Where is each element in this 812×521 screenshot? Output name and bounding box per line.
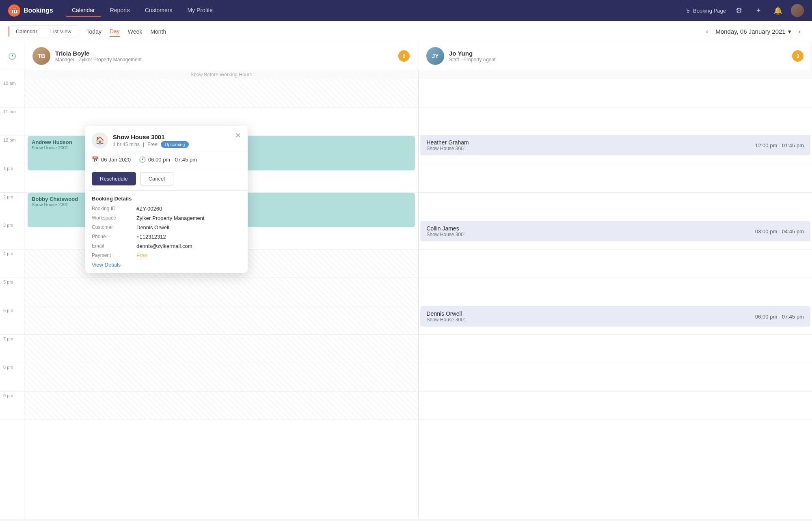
tricia-info: Tricia Boyle Manager - Zylker Property M… xyxy=(55,50,410,62)
current-date: Monday, 06 January 2021 ▾ xyxy=(715,28,791,35)
heather-name: Heather Graham xyxy=(427,139,469,146)
popup-service-icon: 🏠 xyxy=(92,132,108,149)
email-row: Email dennis@zylkermail.com xyxy=(92,243,241,249)
show-before-right xyxy=(419,70,812,79)
popup-time-item: 🕐 06:00 pm - 07:45 pm xyxy=(139,156,197,163)
view-details-link[interactable]: View Details xyxy=(92,262,241,268)
phone-label: Phone xyxy=(92,234,136,239)
time-6pm: 6 pm xyxy=(0,306,24,335)
booking-page-button[interactable]: 🖱 Booking Page xyxy=(685,8,726,14)
payment-value: Free xyxy=(136,252,147,258)
email-value: dennis@zylkermail.com xyxy=(136,243,192,249)
email-label: Email xyxy=(92,243,136,249)
jo-calendar-column: Heather Graham Show House 3001 12:00 pm … xyxy=(419,79,812,519)
time-nav: Today Day Week Month xyxy=(86,26,166,37)
booking-details-title: Booking Details xyxy=(92,196,241,202)
time-column: 10 am 11 am 12 pm 1 pm 2 pm 3 pm 4 pm 5 … xyxy=(0,79,24,519)
popup-datetime: 📅 06-Jan-2020 🕐 06:00 pm - 07:45 pm xyxy=(85,152,248,167)
time-5pm: 5 pm xyxy=(0,278,24,306)
clock-icon: 🕐 xyxy=(139,156,146,163)
popup-meta: 1 hr 45 mins | Free Upcoming xyxy=(113,141,241,148)
time-10am: 10 am xyxy=(0,79,24,108)
logo-icon: 📅 xyxy=(8,4,20,17)
time-4pm: 4 pm xyxy=(0,250,24,278)
customer-label: Customer xyxy=(92,224,136,230)
date-dropdown-icon[interactable]: ▾ xyxy=(788,28,791,35)
time-8pm: 8 pm xyxy=(0,363,24,392)
popup-actions: Reschedule Cancel xyxy=(85,167,248,191)
tricia-badge: 2 xyxy=(398,50,410,62)
staff-jo: JY Jo Yung Staff - Property Agent 3 xyxy=(418,42,812,70)
time-11am: 11 am xyxy=(0,108,24,136)
customer-row: Customer Dennis Orwell xyxy=(92,224,241,230)
time-1pm: 1 pm xyxy=(0,164,24,193)
workspace-value: Zylker Property Management xyxy=(136,215,205,221)
tricia-name: Tricia Boyle xyxy=(55,50,410,57)
next-day-button[interactable]: › xyxy=(795,26,804,37)
calendar-view-button[interactable]: Calendar xyxy=(9,26,44,37)
nav-reports[interactable]: Reports xyxy=(104,4,136,17)
popup-close-button[interactable]: ✕ xyxy=(233,131,243,140)
payment-label: Payment xyxy=(92,252,136,258)
settings-button[interactable]: ⚙ xyxy=(732,4,745,17)
user-avatar[interactable] xyxy=(791,4,804,17)
event-collin-james[interactable]: Collin James Show House 3001 03:00 pm - … xyxy=(420,221,811,241)
date-nav: ‹ Monday, 06 January 2021 ▾ › xyxy=(703,26,804,37)
nav-my-profile[interactable]: My Profile xyxy=(181,4,219,17)
upcoming-badge: Upcoming xyxy=(161,141,189,148)
popup-header: 🏠 Show House 3001 1 hr 45 mins | Free Up… xyxy=(85,126,248,152)
popup-time: 06:00 pm - 07:45 pm xyxy=(148,157,197,163)
popup-title-area: Show House 3001 1 hr 45 mins | Free Upco… xyxy=(113,133,241,148)
clock-col: 🕐 xyxy=(0,42,24,70)
jo-avatar: JY xyxy=(426,47,444,65)
booking-page-label: Booking Page xyxy=(693,8,726,14)
event-dennis-orwell[interactable]: Dennis Orwell Show House 3001 06:00 pm -… xyxy=(420,306,811,327)
dennis-time: 06:00 pm - 07:45 pm xyxy=(755,314,804,320)
popup-title: Show House 3001 xyxy=(113,133,241,140)
popup-price: Free xyxy=(147,142,158,147)
collin-time: 03:00 pm - 04:45 pm xyxy=(755,228,804,235)
today-button[interactable]: Today xyxy=(86,27,102,37)
prev-day-button[interactable]: ‹ xyxy=(703,26,711,37)
heather-time: 12:00 pm - 01:45 pm xyxy=(755,142,804,149)
nav-items: Calendar Reports Customers My Profile xyxy=(65,4,219,17)
calendar-icon: 📅 xyxy=(92,156,99,163)
nav-customers[interactable]: Customers xyxy=(138,4,179,17)
collin-name: Collin James xyxy=(427,225,466,232)
app-logo[interactable]: 📅 Bookings xyxy=(8,4,53,17)
week-button[interactable]: Week xyxy=(128,27,143,37)
time-2pm: 2 pm xyxy=(0,193,24,221)
reschedule-button[interactable]: Reschedule xyxy=(92,172,136,185)
staff-tricia: TB Tricia Boyle Manager - Zylker Propert… xyxy=(24,42,418,70)
booking-id-label: Booking ID xyxy=(92,206,136,211)
workspace-row: Workspace Zylker Property Management xyxy=(92,215,241,221)
view-toggle: Calendar List View xyxy=(8,26,78,37)
jo-role: Staff - Property Agent xyxy=(449,57,803,62)
app-name: Bookings xyxy=(24,7,53,14)
show-before-left: Show Before Working Hours xyxy=(24,70,419,79)
tricia-avatar: TB xyxy=(32,47,50,65)
popup-duration: 1 hr 45 mins xyxy=(113,142,140,147)
nav-calendar[interactable]: Calendar xyxy=(65,4,102,17)
month-button[interactable]: Month xyxy=(150,27,166,37)
heather-sub: Show House 3001 xyxy=(427,146,469,151)
time-7pm: 7 pm xyxy=(0,335,24,363)
top-nav: 📅 Bookings Calendar Reports Customers My… xyxy=(0,0,812,21)
cursor-icon: 🖱 xyxy=(685,8,691,14)
collin-sub: Show House 3001 xyxy=(427,232,466,237)
list-view-button[interactable]: List View xyxy=(44,26,78,37)
booking-popup: 🏠 Show House 3001 1 hr 45 mins | Free Up… xyxy=(85,126,248,273)
add-button[interactable]: + xyxy=(752,4,765,17)
cancel-button[interactable]: Cancel xyxy=(140,172,173,185)
jo-badge: 3 xyxy=(792,50,803,62)
notifications-button[interactable]: 🔔 xyxy=(771,4,784,17)
nav-right: 🖱 Booking Page ⚙ + 🔔 xyxy=(685,4,804,17)
day-button[interactable]: Day xyxy=(110,26,120,37)
time-3pm: 3 pm xyxy=(0,221,24,250)
staff-header: 🕐 TB Tricia Boyle Manager - Zylker Prope… xyxy=(0,42,812,70)
event-heather-graham[interactable]: Heather Graham Show House 3001 12:00 pm … xyxy=(420,135,811,155)
calendar-toolbar: Calendar List View Today Day Week Month … xyxy=(0,21,812,42)
phone-row: Phone +112312312 xyxy=(92,234,241,240)
jo-name: Jo Yung xyxy=(449,50,803,57)
customer-value: Dennis Orwell xyxy=(136,224,169,230)
